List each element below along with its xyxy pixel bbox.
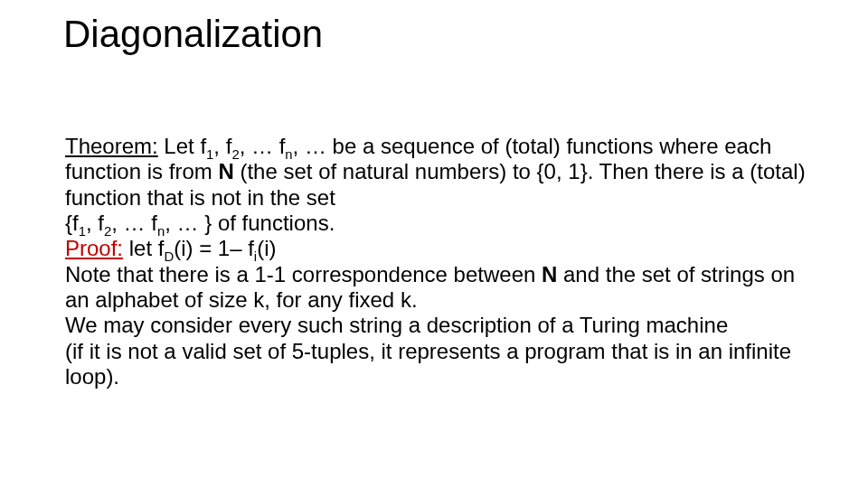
set-line: {f1, f2, … fn, … } of functions. — [65, 211, 807, 236]
bold-N: N — [542, 262, 557, 286]
text: {f — [65, 211, 79, 235]
consider-line: We may consider every such string a desc… — [65, 313, 807, 338]
slide-title: Diagonalization — [63, 13, 323, 56]
text: , … f — [240, 134, 286, 158]
text: Let f — [158, 134, 206, 158]
paren-line: (if it is not a valid set of 5-tuples, i… — [65, 339, 807, 390]
text: , … f — [111, 211, 157, 235]
slide-body: Theorem: Let f1, f2, … fn, … be a sequen… — [65, 134, 807, 389]
note-line: Note that there is a 1-1 correspondence … — [65, 262, 807, 314]
theorem-line: Theorem: Let f1, f2, … fn, … be a sequen… — [65, 134, 807, 211]
text: (i) — [257, 236, 276, 260]
proof-label: Proof: — [65, 236, 123, 260]
theorem-label: Theorem: — [65, 134, 158, 158]
slide: Diagonalization Theorem: Let f1, f2, … f… — [0, 0, 868, 488]
text: , … } of functions. — [165, 211, 335, 235]
bold-N: N — [218, 159, 233, 183]
text: Note that there is a 1-1 correspondence … — [65, 262, 542, 286]
proof-line: Proof: let fD(i) = 1– fi(i) — [65, 236, 807, 261]
text: let f — [123, 236, 164, 260]
text: , f — [213, 134, 231, 158]
text: , f — [86, 211, 104, 235]
text: (i) = 1– f — [174, 236, 254, 260]
